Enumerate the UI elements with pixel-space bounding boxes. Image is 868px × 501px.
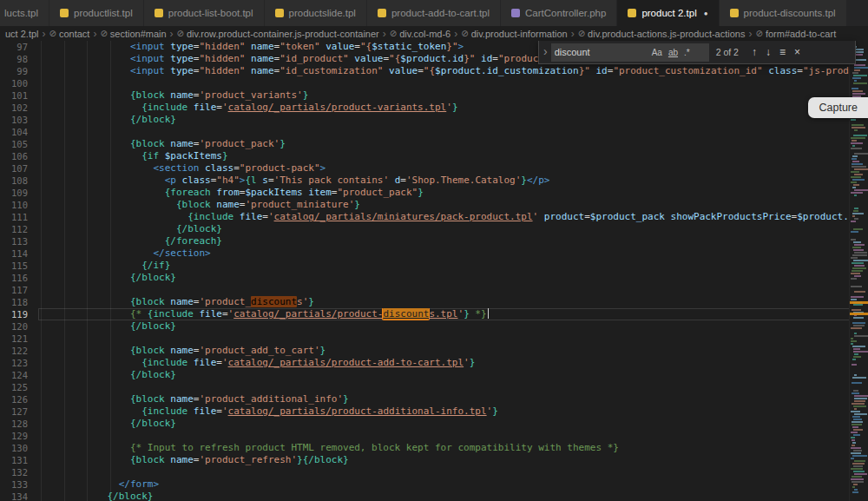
breadcrumb-item[interactable]: ⊘div.row.product-container.js-product-co… <box>177 29 379 39</box>
code-line[interactable]: 105 {block name='product_pack'} <box>0 138 868 150</box>
tab-lucts-tpl[interactable]: lucts.tpl <box>0 0 49 26</box>
line-number: 105 <box>0 138 38 150</box>
code-line[interactable]: 127 {include file='catalog/_partials/pro… <box>0 405 868 418</box>
line-number: 120 <box>0 320 38 333</box>
line-number: 109 <box>0 187 38 199</box>
line-content <box>38 466 868 478</box>
line-content <box>38 126 868 138</box>
line-content: {if $packItems} <box>38 150 868 162</box>
code-line[interactable]: 114 </section> <box>0 247 868 260</box>
code-line[interactable]: 119 {* {include file='catalog/_partials/… <box>0 308 868 320</box>
previous-match-button[interactable]: ↑ <box>747 46 761 58</box>
line-content: <input type="hidden" name="id_customizat… <box>38 65 868 77</box>
tab-product-2-tpl[interactable]: product 2.tpl● <box>617 0 719 26</box>
tab-product-add-to-cart-tpl[interactable]: product-add-to-cart.tpl <box>367 0 501 26</box>
code-line[interactable]: 131 {block name='product_refresh'}{/bloc… <box>0 454 868 466</box>
code-line[interactable]: 125 <box>0 381 868 393</box>
code-line[interactable]: 133 </form> <box>0 478 868 491</box>
capture-button[interactable]: Capture <box>808 97 868 118</box>
match-case-icon[interactable]: Aa <box>649 47 665 58</box>
code-line[interactable]: 122 {block name='product_add_to_cart'} <box>0 345 868 357</box>
code-line[interactable]: 120 {/block} <box>0 320 868 333</box>
code-line[interactable]: 115 {/if} <box>0 260 868 272</box>
code-line[interactable]: 112 {/block} <box>0 223 868 235</box>
tpl-file-icon <box>628 9 636 17</box>
line-number: 114 <box>0 247 38 260</box>
breadcrumb-item[interactable]: ⊘div.product-information <box>461 29 567 39</box>
tpl-file-icon <box>378 9 386 17</box>
line-content <box>38 430 868 442</box>
toggle-replace-icon[interactable]: › <box>542 44 551 60</box>
line-number: 110 <box>0 199 38 211</box>
code-line[interactable]: 123 {include file='catalog/_partials/pro… <box>0 357 868 369</box>
line-number: 121 <box>0 333 38 345</box>
line-content: {block name='product_variants'} <box>38 89 868 102</box>
code-line[interactable]: 130 {* Input to refresh product HTML rem… <box>0 442 868 454</box>
code-line[interactable]: 111 {include file='catalog/_partials/min… <box>0 211 868 223</box>
breadcrumb-label: div.col-md-6 <box>399 29 450 39</box>
line-number: 127 <box>0 405 38 418</box>
next-match-button[interactable]: ↓ <box>761 46 775 58</box>
line-number: 101 <box>0 89 38 102</box>
breadcrumb-item[interactable]: ⊘contact <box>49 29 90 39</box>
code-line[interactable]: 99 <input type="hidden" name="id_customi… <box>0 65 868 77</box>
breadcrumb-item[interactable]: ⊘form#add-to-cart <box>755 29 836 39</box>
code-line[interactable]: 109 {foreach from=$packItems item="produ… <box>0 187 868 199</box>
regex-icon[interactable]: .* <box>681 47 693 58</box>
code-line[interactable]: 108 <p class="h4">{l s='This pack contai… <box>0 175 868 187</box>
code-line[interactable]: 121 <box>0 333 868 345</box>
symbol-icon: ⊘ <box>461 29 468 38</box>
line-number: 113 <box>0 235 38 247</box>
code-line[interactable]: 107 <section class="product-pack"> <box>0 162 868 175</box>
line-number: 100 <box>0 77 38 89</box>
line-number: 129 <box>0 430 38 442</box>
tab-productlist-tpl[interactable]: productlist.tpl <box>49 0 144 26</box>
code-line[interactable]: 100 <box>0 77 868 89</box>
breadcrumb-label: div.row.product-container.js-product-con… <box>187 29 379 39</box>
line-content: <section class="product-pack"> <box>38 162 868 175</box>
line-content: {block name='product_additional_info'} <box>38 393 868 405</box>
close-find-button[interactable]: × <box>790 46 805 58</box>
line-number: 123 <box>0 357 38 369</box>
code-line[interactable]: 117 <box>0 284 868 296</box>
tab-product-discounts-tpl[interactable]: product-discounts.tpl <box>720 0 847 26</box>
line-content <box>38 77 868 89</box>
code-line[interactable]: 118 {block name='product_discounts'} <box>0 296 868 308</box>
code-line[interactable]: 104 <box>0 126 868 138</box>
symbol-icon: ⊘ <box>100 29 107 38</box>
tab-label: product-add-to-cart.tpl <box>391 8 490 18</box>
breadcrumb-item[interactable]: ⊘section#main <box>100 29 166 39</box>
line-content: {include file='catalog/_partials/product… <box>38 357 868 369</box>
breadcrumb-item[interactable]: ⊘div.col-md-6 <box>390 29 450 39</box>
code-line[interactable]: 132 <box>0 466 868 478</box>
find-in-selection-button[interactable]: ≡ <box>775 46 790 58</box>
line-content: {* {include file='catalog/_partials/prod… <box>38 308 868 320</box>
line-number: 106 <box>0 150 38 162</box>
code-line[interactable]: 128 {/block} <box>0 418 868 430</box>
code-line[interactable]: 103 {/block} <box>0 114 868 126</box>
code-area[interactable]: 97 <input type="hidden" name="token" val… <box>0 41 868 501</box>
line-content: <p class="h4">{l s='This pack contains' … <box>38 175 868 187</box>
code-line[interactable]: 102 {include file='catalog/_partials/pro… <box>0 102 868 114</box>
code-line[interactable]: 124 {/block} <box>0 369 868 381</box>
code-line[interactable]: 101 {block name='product_variants'} <box>0 89 868 102</box>
code-line[interactable]: 129 <box>0 430 868 442</box>
tab-product-list-boot-tpl[interactable]: product-list-boot.tpl <box>144 0 265 26</box>
line-content: {/block} <box>38 272 868 284</box>
breadcrumb-item[interactable]: ⊘div.product-actions.js-product-actions <box>578 29 746 39</box>
breadcrumb-item[interactable]: uct 2.tpl <box>5 29 39 39</box>
tab-productslide-tpl[interactable]: productslide.tpl <box>265 0 367 26</box>
line-content: {/block} <box>38 320 868 333</box>
whole-word-icon[interactable]: ab <box>666 47 681 58</box>
code-line[interactable]: 126 {block name='product_additional_info… <box>0 393 868 405</box>
code-line[interactable]: 110 {block name='product_miniature'} <box>0 199 868 211</box>
code-line[interactable]: 113 {/foreach} <box>0 235 868 247</box>
code-line[interactable]: 106 {if $packItems} <box>0 150 868 162</box>
line-content: {/foreach} <box>38 235 868 247</box>
code-line[interactable]: 134 {/block} <box>0 491 868 501</box>
tab-cartcontroller-php[interactable]: CartController.php <box>501 0 617 26</box>
code-line[interactable]: 116 {/block} <box>0 272 868 284</box>
line-number: 115 <box>0 260 38 272</box>
editor[interactable]: 97 <input type="hidden" name="token" val… <box>0 41 868 501</box>
find-input[interactable] <box>555 47 648 57</box>
